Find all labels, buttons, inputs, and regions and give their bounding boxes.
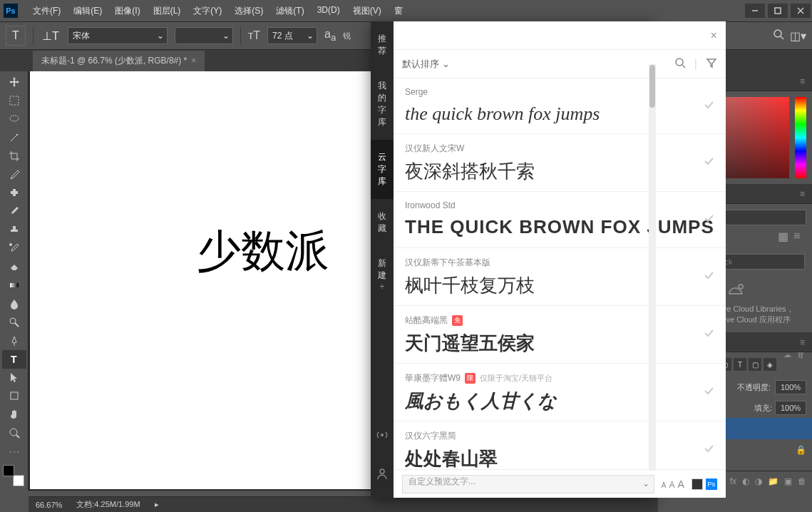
scrollbar[interactable] — [649, 64, 656, 471]
font-item[interactable]: 汉仪新蒂下午茶基本版 枫叶千枝复万枝 — [394, 248, 726, 306]
chevron-right-icon[interactable]: ▸ — [155, 500, 159, 509]
font-item[interactable]: 汉仪新人文宋W 夜深斜搭秋千索 — [394, 134, 726, 192]
menu-type[interactable]: 文字(Y) — [187, 2, 227, 20]
tool-preset-icon[interactable]: T — [6, 26, 26, 46]
dodge-tool[interactable] — [2, 313, 26, 332]
panel-menu-icon[interactable]: ≡ — [800, 337, 805, 347]
font-item[interactable]: Ironwood Std THE QUICK BROWN FOX JUMPS — [394, 192, 726, 247]
panel-menu-icon[interactable]: ≡ — [800, 76, 805, 86]
broadcast-icon[interactable] — [375, 428, 389, 445]
pen-tool[interactable] — [2, 332, 26, 350]
menu-layer[interactable]: 图层(L) — [148, 2, 187, 20]
check-icon[interactable] — [703, 270, 714, 284]
menu-3d[interactable]: 3D(D) — [312, 2, 346, 20]
canvas[interactable]: 少数派 — [30, 71, 371, 489]
fill-input[interactable] — [775, 401, 806, 415]
type-tool[interactable]: T — [2, 350, 26, 369]
filter-type-icon[interactable]: T — [734, 358, 746, 371]
shape-tool[interactable] — [2, 386, 26, 405]
filter-shape-icon[interactable]: ▢ — [749, 358, 761, 371]
gradient-tool[interactable] — [2, 276, 26, 295]
new-layer-icon[interactable]: ▣ — [784, 476, 792, 486]
lasso-tool[interactable] — [2, 110, 26, 128]
blur-tool[interactable] — [2, 295, 26, 313]
canvas-text-layer[interactable]: 少数派 — [197, 221, 329, 281]
mask-icon[interactable]: ◐ — [742, 476, 749, 486]
font-item[interactable]: 華康墨字體W9 限 仅限于淘宝/天猫平台 風おもく人甘くな — [394, 364, 726, 421]
opacity-input[interactable] — [775, 380, 806, 394]
font-tab-my-fonts[interactable]: 我的字库 — [371, 68, 394, 140]
menu-view[interactable]: 视图(V) — [347, 2, 387, 20]
marquee-tool[interactable] — [2, 91, 26, 110]
eyedropper-tool[interactable] — [2, 165, 26, 184]
orientation-icon[interactable]: ⊥T — [41, 26, 61, 46]
color-swatches[interactable] — [3, 465, 24, 486]
preview-size-picker[interactable]: AAA — [662, 478, 684, 490]
font-family-select[interactable]: 宋体 ⌄ — [68, 27, 168, 44]
font-item[interactable]: Serge the quick brown fox jumps — [394, 78, 726, 134]
foreground-color-swatch[interactable] — [3, 465, 14, 476]
search-icon[interactable] — [674, 57, 686, 71]
workspace-icon[interactable]: ◫▾ — [790, 29, 806, 43]
crop-tool[interactable] — [2, 147, 26, 165]
check-icon[interactable] — [703, 443, 714, 457]
user-icon[interactable] — [375, 466, 389, 483]
filter-icon[interactable] — [706, 57, 717, 71]
adjustment-layer-icon[interactable]: ◑ — [755, 476, 762, 486]
font-item[interactable]: 汉仪六字黑简 处处春山翠 — [394, 421, 726, 469]
font-tab-cloud[interactable]: 云字库 — [371, 140, 394, 199]
stamp-tool[interactable] — [2, 220, 26, 239]
delete-layer-icon[interactable]: 🗑 — [798, 476, 806, 486]
menu-file[interactable]: 文件(F) — [27, 2, 66, 20]
close-icon[interactable]: × — [191, 56, 196, 66]
fx-icon[interactable]: fx — [730, 476, 736, 486]
hue-slider[interactable] — [795, 97, 806, 178]
filter-smart-icon[interactable]: ◈ — [764, 358, 776, 371]
path-select-tool[interactable] — [2, 369, 26, 387]
menu-window[interactable]: 窗 — [389, 2, 408, 20]
move-tool[interactable] — [2, 73, 26, 91]
font-tab-new[interactable]: 新建 — [371, 246, 394, 303]
font-tab-favorites[interactable]: 收藏 — [371, 199, 394, 246]
group-icon[interactable]: 📁 — [768, 476, 778, 486]
doc-info[interactable]: 文档:4.25M/1.99M — [76, 499, 140, 510]
zoom-level[interactable]: 66.67% — [36, 501, 62, 509]
brush-tool[interactable] — [2, 202, 26, 220]
list-view-icon[interactable]: ▦ — [778, 230, 791, 242]
close-icon[interactable]: × — [710, 29, 716, 42]
magic-wand-tool[interactable] — [2, 128, 26, 147]
check-icon[interactable] — [703, 155, 714, 170]
background-color-swatch[interactable] — [13, 475, 24, 486]
mode-dark-icon[interactable] — [692, 478, 703, 490]
ps-mode-icon[interactable]: Ps — [706, 478, 717, 490]
sort-dropdown[interactable]: 默认排序 ⌄ — [402, 58, 450, 71]
font-list[interactable]: Serge the quick brown fox jumps 汉仪新人文宋W … — [394, 78, 726, 469]
zoom-tool[interactable] — [2, 424, 26, 442]
menu-edit[interactable]: 编辑(E) — [68, 2, 108, 20]
check-icon[interactable] — [703, 99, 714, 113]
font-tab-recommend[interactable]: 推荐 — [371, 21, 394, 68]
font-style-select[interactable]: ⌄ — [175, 27, 233, 44]
check-icon[interactable] — [703, 385, 714, 399]
check-icon[interactable] — [703, 327, 714, 342]
menu-select[interactable]: 选择(S) — [229, 2, 269, 20]
hand-tool[interactable] — [2, 405, 26, 424]
panel-menu-icon[interactable]: ≡ — [800, 189, 805, 199]
menu-filter[interactable]: 滤镜(T) — [270, 2, 309, 20]
custom-preview-input[interactable]: 自定义预览文字... ⌄ — [402, 475, 654, 493]
edit-toolbar[interactable]: ⋯ — [2, 442, 26, 461]
maximize-button[interactable] — [768, 4, 788, 18]
font-item[interactable]: 站酷高端黑 免 天门遥望五侯家 — [394, 306, 726, 364]
eraser-tool[interactable] — [2, 257, 26, 276]
history-brush-tool[interactable] — [2, 239, 26, 257]
close-button[interactable] — [791, 4, 811, 18]
search-icon[interactable] — [773, 29, 784, 43]
minimize-button[interactable] — [745, 4, 765, 18]
grid-view-icon[interactable]: ≡ — [793, 230, 806, 242]
check-icon[interactable] — [703, 213, 714, 227]
scrollbar-thumb[interactable] — [649, 65, 655, 108]
healing-tool[interactable] — [2, 183, 26, 202]
document-tab[interactable]: 未标题-1 @ 66.7% (少数派, RGB/8#) * × — [33, 51, 205, 71]
menu-image[interactable]: 图像(I) — [109, 2, 145, 20]
font-size-select[interactable]: 72 点 ⌄ — [267, 27, 317, 44]
